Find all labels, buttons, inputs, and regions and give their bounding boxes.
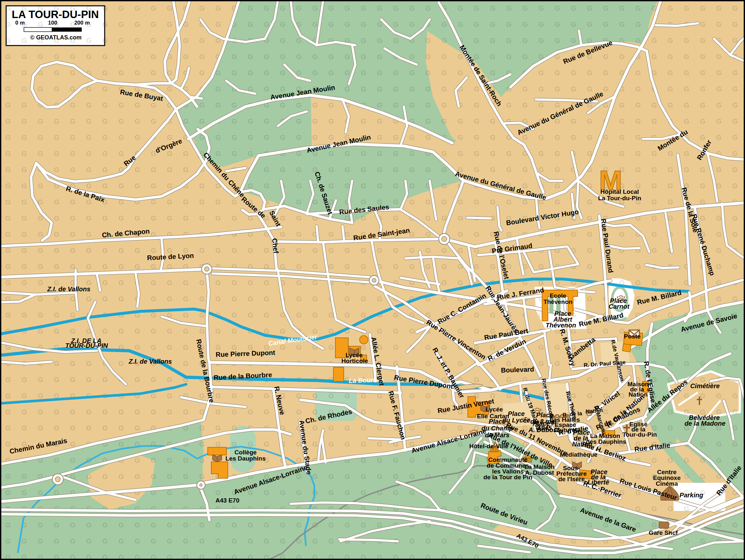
svg-text:Hôtel-de-Ville: Hôtel-de-Ville (469, 443, 508, 450)
svg-text:Boulevard: Boulevard (501, 365, 534, 374)
svg-text:de l'Isère: de l'Isère (558, 476, 585, 483)
svg-text:Z.I. de Vallons: Z.I. de Vallons (128, 358, 172, 365)
svg-text:Z.I. de Vallons: Z.I. de Vallons (47, 286, 91, 293)
svg-text:© GEOATLAS.com: © GEOATLAS.com (30, 34, 82, 41)
svg-text:Cinéma: Cinéma (656, 480, 678, 487)
svg-text:Liberté: Liberté (588, 479, 609, 486)
svg-text:Place: Place (536, 411, 553, 419)
svg-text:de la Madone: de la Madone (685, 420, 725, 427)
svg-text:Tour-du-Pin: Tour-du-Pin (622, 431, 657, 438)
svg-text:Thévenon: Thévenon (546, 322, 576, 329)
svg-text:Cimétière: Cimétière (690, 383, 719, 390)
svg-text:0 m: 0 m (15, 20, 25, 26)
svg-text:Place: Place (489, 418, 506, 425)
svg-text:Gare Sncf: Gare Sncf (649, 529, 678, 536)
svg-text:TOUR-DU-PIN: TOUR-DU-PIN (65, 342, 108, 349)
svg-text:Nation: Nation (572, 440, 592, 448)
svg-text:Poste: Poste (624, 333, 641, 340)
svg-text:LA TOUR-DU-PIN: LA TOUR-DU-PIN (12, 8, 99, 20)
svg-text:A. Dubost: A. Dubost (525, 469, 554, 476)
svg-text:A. Dubost: A. Dubost (528, 426, 559, 433)
svg-text:Médiathèque: Médiathèque (560, 451, 597, 458)
svg-text:du Lycée: du Lycée (503, 417, 530, 424)
svg-text:Hôpital Local: Hôpital Local (600, 188, 639, 195)
svg-text:Les Dauphins: Les Dauphins (226, 455, 266, 462)
svg-text:Parking: Parking (679, 492, 703, 499)
svg-text:La Tour-du-Pin: La Tour-du-Pin (598, 195, 641, 201)
svg-text:Ecole: Ecole (550, 292, 566, 299)
svg-text:200 m: 200 m (74, 20, 90, 26)
svg-text:100: 100 (48, 20, 57, 26)
svg-text:Collège: Collège (234, 449, 257, 456)
svg-text:Place: Place (533, 420, 550, 427)
svg-text:du Champ: du Champ (481, 425, 513, 432)
svg-text:Horticole: Horticole (342, 358, 368, 364)
svg-text:Place: Place (508, 410, 525, 417)
svg-text:Thévenon: Thévenon (543, 298, 573, 305)
svg-text:Lycée: Lycée (486, 406, 503, 413)
svg-text:Nation: Nation (628, 391, 647, 398)
svg-text:A43 E70: A43 E70 (216, 497, 239, 504)
svg-text:de Mars: de Mars (485, 431, 510, 438)
svg-text:Carnot: Carnot (609, 303, 630, 310)
